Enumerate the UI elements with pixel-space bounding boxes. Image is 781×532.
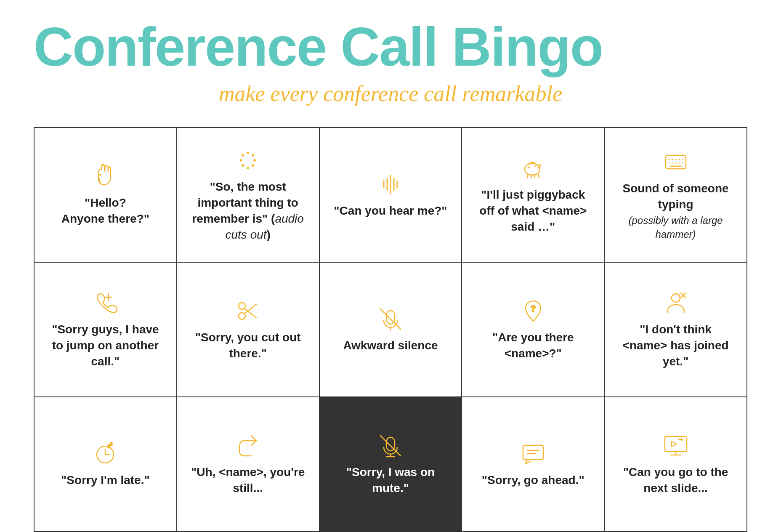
no-person-icon (662, 290, 689, 317)
svg-point-4 (252, 164, 254, 167)
svg-text:→: → (677, 436, 684, 443)
svg-text:z: z (110, 442, 112, 446)
svg-rect-48 (523, 445, 543, 460)
hand-icon (92, 163, 119, 190)
cell-3-2-text: "Uh, <name>, you're still... (190, 464, 306, 496)
bingo-cell-3-5[interactable]: → "Can you go to the next slide... (604, 397, 747, 532)
soundwave-icon (377, 171, 404, 198)
bingo-cell-2-1[interactable]: "Sorry guys, I have to jump on another c… (34, 262, 177, 397)
svg-line-34 (380, 309, 401, 329)
bingo-cell-2-4[interactable]: ? "Are you there <name>?" (462, 262, 604, 397)
cell-1-3-text: "Can you hear me?" (334, 203, 447, 219)
bingo-cell-1-2[interactable]: "So, the most important thing to remembe… (177, 128, 319, 262)
bingo-cell-3-3[interactable]: "Sorry, I was on mute." (319, 397, 462, 532)
page-container: Conference Call Bingo make every confere… (0, 0, 781, 532)
bingo-row-3: z z "Sorry I'm late." "Uh, <name>, you'r… (34, 397, 747, 532)
bingo-cell-3-4[interactable]: "Sorry, go ahead." (462, 397, 604, 532)
svg-point-1 (247, 152, 249, 154)
question-pin-icon: ? (520, 298, 547, 325)
page-title: Conference Call Bingo (34, 17, 747, 77)
bingo-cell-2-3[interactable]: Awkward silence (319, 262, 462, 397)
bingo-cell-1-3[interactable]: "Can you hear me?" (319, 128, 462, 262)
svg-point-13 (525, 163, 540, 175)
bingo-cell-3-2[interactable]: "Uh, <name>, you're still... (177, 397, 319, 532)
svg-point-14 (528, 167, 530, 168)
cell-2-4-text: "Are you there <name>?" (475, 330, 591, 362)
bingo-row-1: "Hello?Anyone there?" (34, 128, 747, 262)
svg-line-47 (380, 436, 401, 456)
scissors-icon (234, 298, 261, 325)
bingo-table: "Hello?Anyone there?" (34, 127, 747, 532)
screen-icon: → (662, 432, 689, 459)
cell-3-4-text: "Sorry, go ahead." (482, 472, 584, 488)
dots-icon (234, 147, 261, 174)
svg-point-0 (242, 154, 244, 157)
mute-icon (377, 432, 404, 459)
cell-3-3-text: "Sorry, I was on mute." (332, 464, 449, 496)
svg-point-5 (247, 167, 249, 169)
bingo-cell-1-1[interactable]: "Hello?Anyone there?" (34, 128, 177, 262)
keyboard-icon (662, 149, 689, 176)
cell-2-5-text: "I don't think <name> has joined yet." (617, 322, 734, 369)
svg-point-2 (252, 154, 254, 157)
svg-line-15 (535, 165, 537, 167)
bingo-cell-3-1[interactable]: z z "Sorry I'm late." (34, 397, 177, 532)
bingo-cell-1-5[interactable]: Sound of someone typing(possibly with a … (604, 128, 747, 262)
cell-1-2-text: "So, the most important thing to remembe… (190, 179, 306, 242)
bingo-cell-2-2[interactable]: "Sorry, you cut out there." (177, 262, 319, 397)
bingo-row-2: "Sorry guys, I have to jump on another c… (34, 262, 747, 397)
svg-point-7 (240, 159, 242, 162)
svg-point-6 (242, 164, 244, 167)
svg-line-32 (244, 304, 256, 314)
share-icon (234, 432, 261, 459)
cell-1-1-text: "Hello?Anyone there?" (61, 195, 149, 227)
piggybank-icon (520, 155, 547, 182)
page-subtitle: make every conference call remarkable (34, 81, 747, 106)
svg-point-3 (253, 159, 256, 162)
cell-2-1-text: "Sorry guys, I have to jump on another c… (47, 322, 164, 369)
cell-1-5-text: Sound of someone typing(possibly with a … (617, 181, 734, 241)
svg-line-33 (244, 309, 256, 318)
cell-3-5-text: "Can you go to the next slide... (617, 464, 734, 496)
cell-2-3-text: Awkward silence (343, 338, 438, 354)
cell-2-2-text: "Sorry, you cut out there." (190, 330, 306, 362)
phone-add-icon (92, 290, 119, 317)
svg-text:?: ? (531, 304, 536, 313)
alarm-z-icon: z z (92, 440, 119, 467)
cell-1-4-text: "I'll just piggyback off of what <name> … (475, 187, 591, 234)
message-icon (520, 440, 547, 467)
cell-3-1-text: "Sorry I'm late." (61, 472, 150, 488)
no-audio-icon (377, 306, 404, 332)
bingo-cell-2-5[interactable]: "I don't think <name> has joined yet." (604, 262, 747, 397)
bingo-cell-1-4[interactable]: "I'll just piggyback off of what <name> … (462, 128, 604, 262)
svg-point-37 (672, 294, 680, 302)
